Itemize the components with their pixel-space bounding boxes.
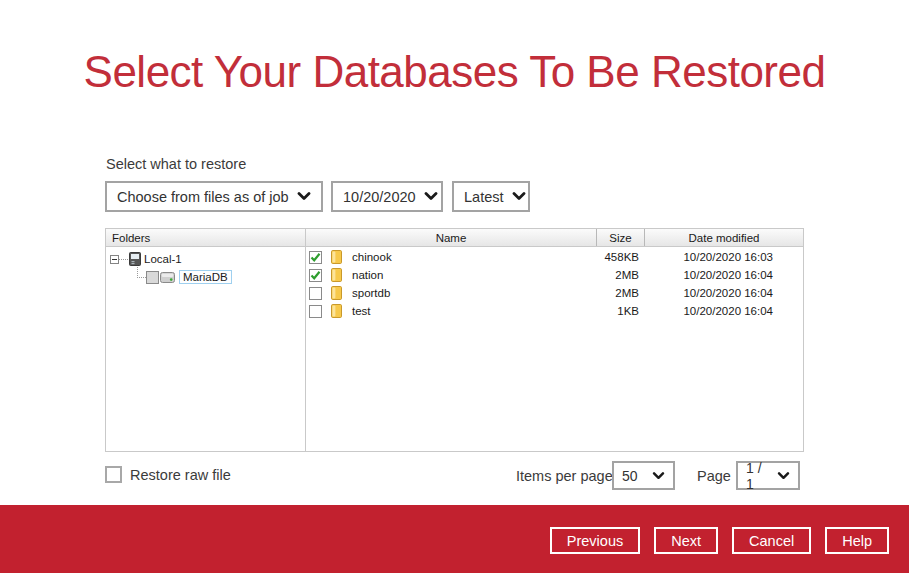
next-button[interactable]: Next: [654, 527, 718, 554]
items-per-page-value: 50: [622, 468, 638, 484]
file-name[interactable]: nation: [352, 269, 597, 281]
drive-icon: [160, 272, 175, 283]
column-header-date-modified[interactable]: Date modified: [645, 229, 803, 246]
file-list-rows: chinook458KB10/20/2020 16:03nation2MB10/…: [306, 247, 803, 320]
page-select[interactable]: 1 / 1: [736, 461, 800, 490]
folders-header-label: Folders: [106, 232, 150, 244]
table-row: nation2MB10/20/2020 16:04: [306, 266, 803, 284]
folder-icon: [331, 286, 342, 300]
file-date-modified: 10/20/2020 16:04: [645, 269, 803, 281]
computer-icon: [129, 252, 141, 266]
file-name[interactable]: chinook: [352, 251, 597, 263]
tree-node-mariadb: MariaDB: [106, 268, 305, 286]
file-name[interactable]: test: [352, 305, 597, 317]
items-per-page-label: Items per page: [516, 468, 613, 484]
action-bar: PreviousNextCancelHelp: [0, 505, 909, 573]
file-date-modified: 10/20/2020 16:04: [645, 305, 803, 317]
chevron-down-icon: [424, 192, 438, 201]
file-size: 458KB: [597, 251, 645, 263]
restore-raw-file-group: Restore raw file: [105, 466, 231, 483]
page-label: Page: [697, 468, 731, 484]
items-per-page-select[interactable]: 50: [612, 461, 675, 490]
tree-node-mariadb-label[interactable]: MariaDB: [179, 270, 232, 284]
restore-date-select[interactable]: 10/20/2020: [331, 181, 443, 212]
file-size: 2MB: [597, 287, 645, 299]
file-size: 1KB: [597, 305, 645, 317]
restore-job-select[interactable]: Latest: [452, 181, 530, 212]
restore-source-select[interactable]: Choose from files as of job: [105, 181, 323, 212]
row-checkbox[interactable]: [309, 305, 322, 318]
file-list-pane: Name Size Date modified chinook458KB10/2…: [306, 229, 803, 451]
cancel-button[interactable]: Cancel: [732, 527, 811, 554]
folders-header: Folders: [106, 229, 305, 247]
restore-source-value: Choose from files as of job: [117, 189, 289, 205]
folder-tree: Local-1 MariaDB: [106, 247, 305, 286]
table-row: chinook458KB10/20/2020 16:03: [306, 248, 803, 266]
restore-date-value: 10/20/2020: [343, 189, 416, 205]
previous-button[interactable]: Previous: [550, 527, 640, 554]
restore-options-row: Choose from files as of job 10/20/2020 L…: [105, 181, 530, 212]
tree-node-root: Local-1: [106, 250, 305, 268]
folders-pane: Folders Local-1: [106, 229, 306, 451]
file-date-modified: 10/20/2020 16:03: [645, 251, 803, 263]
help-button[interactable]: Help: [825, 527, 889, 554]
page-value: 1 / 1: [746, 460, 769, 492]
restore-raw-file-checkbox[interactable]: [105, 466, 122, 483]
file-name[interactable]: sportdb: [352, 287, 597, 299]
collapse-minus-icon[interactable]: [110, 255, 119, 264]
select-what-to-restore-label: Select what to restore: [106, 156, 246, 172]
file-size: 2MB: [597, 269, 645, 281]
table-row: sportdb2MB10/20/2020 16:04: [306, 284, 803, 302]
file-list-header: Name Size Date modified: [306, 229, 803, 247]
file-date-modified: 10/20/2020 16:04: [645, 287, 803, 299]
row-checkbox-checked[interactable]: [309, 269, 322, 282]
row-checkbox[interactable]: [309, 287, 322, 300]
page-title: Select Your Databases To Be Restored: [0, 47, 909, 97]
chevron-down-icon: [777, 472, 790, 480]
folder-icon: [331, 250, 342, 264]
folder-icon: [331, 304, 342, 318]
row-checkbox-checked[interactable]: [309, 251, 322, 264]
folder-icon: [331, 268, 342, 282]
restore-raw-file-label: Restore raw file: [130, 467, 231, 483]
tree-connector: [119, 259, 128, 260]
column-header-name[interactable]: Name: [306, 229, 597, 246]
tree-node-root-label[interactable]: Local-1: [144, 253, 182, 265]
table-row: test1KB10/20/2020 16:04: [306, 302, 803, 320]
chevron-down-icon: [652, 472, 665, 480]
column-header-size[interactable]: Size: [597, 229, 645, 246]
tree-node-checkbox[interactable]: [146, 271, 159, 284]
tree-connector: [137, 267, 146, 278]
file-browser-panel: Folders Local-1: [105, 228, 804, 452]
chevron-down-icon: [297, 192, 311, 201]
restore-job-value: Latest: [464, 189, 504, 205]
chevron-down-icon: [512, 192, 526, 201]
